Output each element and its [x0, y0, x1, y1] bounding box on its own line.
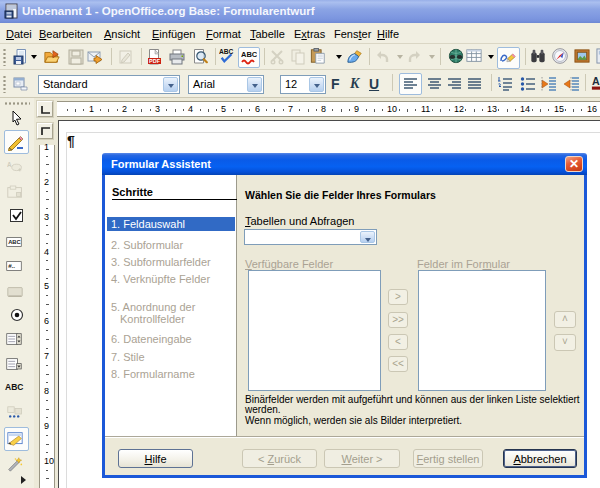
svg-text:A: A [7, 161, 12, 168]
svg-text:ABC: ABC [8, 239, 21, 245]
svg-text:ABC: ABC [241, 50, 257, 59]
svg-text:#..: #.. [8, 262, 15, 269]
svg-text:PDF: PDF [149, 58, 161, 64]
svg-text:ABC: ABC [219, 48, 234, 55]
svg-text:A: A [592, 75, 600, 87]
